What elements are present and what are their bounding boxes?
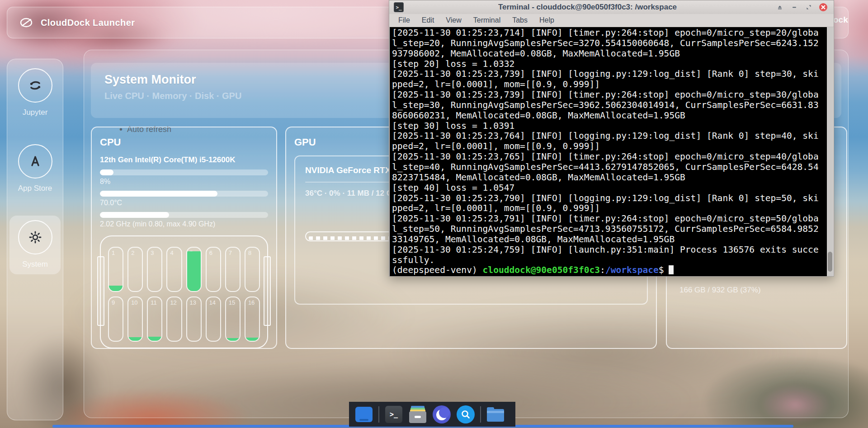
sidebar-item-label: System: [22, 260, 48, 269]
taskbar-separator: [480, 406, 481, 423]
cpu-core-bar: 5: [186, 247, 202, 292]
menu-terminal[interactable]: Terminal: [473, 16, 500, 24]
cpu-core-bar: 4: [166, 247, 182, 292]
cpu-core-bar: 15: [225, 296, 241, 342]
cpu-core-bar: 12: [166, 296, 182, 342]
menu-tabs[interactable]: Tabs: [512, 16, 528, 24]
jupyter-icon: [18, 68, 52, 103]
header-partial-button[interactable]: ock: [833, 15, 848, 25]
sidebar-item-jupyter[interactable]: Jupyter: [9, 64, 61, 122]
terminal-titlebar[interactable]: >_ Terminal - clouddock@90e050f3f0c3: /w…: [389, 0, 834, 14]
file-archive-icon[interactable]: [408, 405, 427, 424]
cpu-temp-label: 70.0°C: [100, 199, 268, 207]
cpu-usage-bar: [100, 169, 268, 175]
terminal-window: >_ Terminal - clouddock@90e050f3f0c3: /w…: [389, 0, 834, 277]
browser-icon[interactable]: [432, 405, 451, 424]
cpu-usage-label: 8%: [100, 178, 268, 186]
socket-tab-decoration: [97, 256, 104, 326]
sidebar-item-system[interactable]: System: [9, 216, 61, 274]
terminal-prompt: (deepspeed-venv) clouddock@90e050f3f0c3:…: [392, 265, 826, 276]
cpu-core-bar: 6: [206, 247, 221, 292]
cpu-model: 12th Gen Intel(R) Core(TM) i5-12600K: [100, 155, 268, 165]
desktop: CloudDock Launcher ock Jupyter App Store: [0, 0, 868, 428]
scrollbar-thumb[interactable]: [828, 252, 832, 272]
close-button[interactable]: [817, 2, 829, 12]
cpu-core-bar: 8: [245, 247, 260, 292]
socket-tab-decoration: [264, 256, 271, 326]
minimize-button[interactable]: [788, 2, 800, 12]
cpu-core-bar: 13: [186, 296, 202, 342]
menu-view[interactable]: View: [446, 16, 461, 24]
cpu-freq-label: 2.02 GHz (min 0.80, max 4.90 GHz): [100, 220, 268, 228]
cpu-core-bar: 1: [108, 247, 123, 292]
desktop-icon[interactable]: [354, 405, 373, 424]
cpu-heading: CPU: [100, 136, 268, 148]
system-sun-icon: [18, 220, 52, 254]
cpu-core-bar: 2: [127, 247, 143, 292]
terminal-launcher-icon[interactable]: >_: [384, 405, 403, 424]
taskbar-separator: [378, 406, 379, 423]
cpu-core-bar: 16: [245, 296, 260, 342]
cpu-core-bar: 11: [147, 296, 162, 342]
terminal-cursor: [669, 265, 674, 274]
cpu-core-bar: 9: [108, 296, 123, 342]
terminal-menubar: File Edit View Terminal Tabs Help: [389, 14, 834, 27]
sidebar-item-label: App Store: [18, 184, 52, 193]
cpu-panel: CPU 12th Gen Intel(R) Core(TM) i5-12600K…: [91, 127, 277, 349]
launcher-sidebar: Jupyter App Store: [7, 59, 63, 420]
terminal-scrollbar[interactable]: [827, 27, 833, 276]
sidebar-item-label: Jupyter: [23, 108, 48, 117]
terminal-app-icon: >_: [394, 2, 404, 12]
cpu-temp-bar: [100, 191, 268, 197]
shade-button[interactable]: [774, 2, 786, 12]
search-icon[interactable]: [456, 405, 475, 424]
file-manager-icon[interactable]: [486, 405, 505, 424]
cpu-core-bar: 7: [225, 247, 241, 292]
restore-button[interactable]: [803, 2, 815, 12]
terminal-content[interactable]: [2025-11-30 01:25:23,714] [INFO] [timer.…: [390, 27, 833, 276]
terminal-window-title: Terminal - clouddock@90e050f3f0c3: /work…: [404, 3, 771, 12]
menu-edit[interactable]: Edit: [422, 16, 434, 24]
sidebar-item-app-store[interactable]: App Store: [9, 140, 61, 198]
app-store-icon: [18, 144, 52, 179]
taskbar: >_: [349, 402, 515, 427]
disk-usage-label: 166 GB / 932 GB (37%): [675, 286, 838, 295]
cpu-freq-bar: [100, 212, 268, 218]
menu-file[interactable]: File: [398, 16, 410, 24]
cpu-core-bar: 14: [206, 296, 221, 342]
cpu-core-bar: 10: [127, 296, 143, 342]
cpu-core-grid: 12345678 910111213141516: [100, 235, 268, 348]
menu-help[interactable]: Help: [539, 16, 554, 24]
launcher-title: CloudDock Launcher: [41, 18, 135, 28]
cpu-core-bar: 3: [147, 247, 162, 292]
terminal-output: [2025-11-30 01:25:23,714] [INFO] [timer.…: [392, 28, 826, 276]
clouddock-logo-icon: [19, 17, 34, 28]
